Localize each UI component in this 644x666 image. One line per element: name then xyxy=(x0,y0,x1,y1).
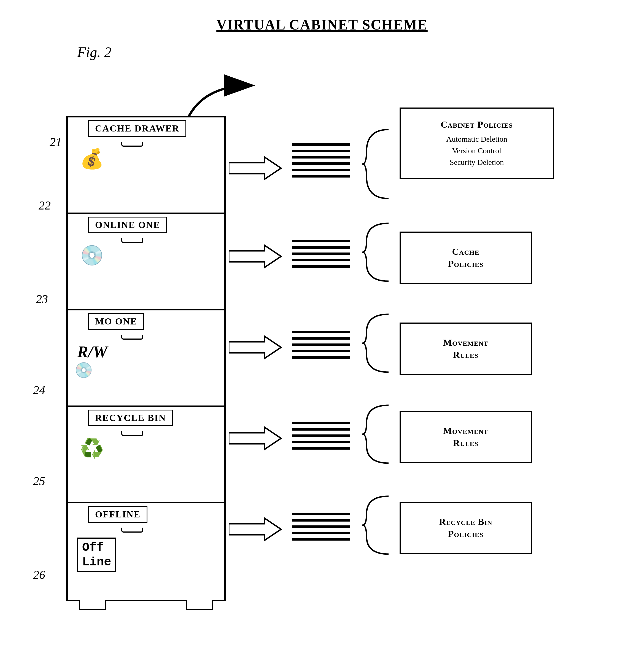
line xyxy=(292,265,350,268)
cache-drawer-label: CACHE DRAWER xyxy=(88,120,186,137)
cabinet-policies-title: Cabinet Policies xyxy=(441,119,513,131)
line xyxy=(292,156,350,158)
line xyxy=(292,246,350,249)
drawer-recycle-bin: RECYCLE BIN ♻️ xyxy=(68,407,224,503)
recycle-bin-handle xyxy=(121,431,143,436)
line xyxy=(292,447,350,450)
movement-rules-1-title: Movement Rules xyxy=(443,337,488,361)
ref-23: 23 xyxy=(36,292,48,306)
line xyxy=(292,350,350,352)
cabinet-foot-right xyxy=(186,599,213,610)
line xyxy=(292,150,350,152)
ref-21: 21 xyxy=(50,135,62,149)
movement-rules-2-box: Movement Rules xyxy=(399,411,532,463)
line xyxy=(292,435,350,437)
lines-cabinet xyxy=(292,143,350,177)
cache-policies-box: Cache Policies xyxy=(399,231,532,284)
cabinet-foot-left xyxy=(79,599,106,610)
svg-marker-4 xyxy=(229,427,281,449)
brace-movement-1 xyxy=(361,312,394,375)
line xyxy=(292,513,350,515)
ref-24: 24 xyxy=(33,383,45,397)
lines-mo xyxy=(292,422,350,450)
cabinet-policies-box: Cabinet Policies Automatic Deletion Vers… xyxy=(399,107,554,179)
arrow-to-movement-rules-2 xyxy=(229,424,284,452)
cache-drawer-handle xyxy=(121,142,143,147)
movement-rules-2-title: Movement Rules xyxy=(443,425,488,449)
cache-policies-title: Cache Policies xyxy=(448,246,484,270)
svg-marker-2 xyxy=(229,245,281,267)
ref-26: 26 xyxy=(33,568,45,582)
brace-cabinet xyxy=(361,127,394,201)
online-one-label: ONLINE ONE xyxy=(88,217,167,233)
offline-handle xyxy=(121,528,143,532)
brace-movement-2 xyxy=(361,402,394,466)
svg-marker-1 xyxy=(229,157,281,179)
drawer-offline: OFFLINE OffLine xyxy=(68,503,224,600)
line xyxy=(292,162,350,165)
line xyxy=(292,169,350,171)
mo-one-label: MO ONE xyxy=(88,313,144,330)
online-one-handle xyxy=(121,238,143,243)
movement-rules-1-box: Movement Rules xyxy=(399,322,532,375)
lines-cache xyxy=(292,240,350,268)
line xyxy=(292,422,350,424)
ref-25: 25 xyxy=(33,474,45,488)
line xyxy=(292,259,350,261)
arrow-to-movement-rules-1 xyxy=(229,334,284,361)
drawer-online-one: ONLINE ONE 💿 xyxy=(68,214,224,310)
line xyxy=(292,428,350,431)
line xyxy=(292,538,350,541)
line xyxy=(292,356,350,358)
arrow-to-cache-policies xyxy=(229,243,284,270)
fig-label: Fig. 2 xyxy=(77,44,111,60)
recycle-bin-label: RECYCLE BIN xyxy=(88,410,173,426)
line xyxy=(292,240,350,242)
line xyxy=(292,525,350,528)
line xyxy=(292,175,350,177)
cache-drawer-icon: 💰 xyxy=(80,150,220,169)
recycle-bin-policies-title: Recycle Bin Policies xyxy=(439,516,492,540)
lines-online xyxy=(292,331,350,358)
line xyxy=(292,331,350,333)
line xyxy=(292,252,350,255)
brace-recycle xyxy=(361,493,394,557)
lines-recycle xyxy=(292,513,350,541)
recycle-bin-policies-box: Recycle Bin Policies xyxy=(399,502,532,554)
mo-one-handle xyxy=(121,335,143,339)
arrow-to-lines-top xyxy=(229,154,284,182)
line xyxy=(292,532,350,534)
line xyxy=(292,143,350,146)
svg-marker-3 xyxy=(229,336,281,358)
line xyxy=(292,337,350,339)
drawer-mo-one: MO ONE R/W 💿 xyxy=(68,310,224,407)
online-one-icon: 💿 xyxy=(80,246,220,265)
mo-one-icon: R/W xyxy=(77,343,220,362)
line xyxy=(292,344,350,346)
page-title: VIRTUAL CABINET SCHEME xyxy=(0,0,644,33)
drawer-cache: CACHE DRAWER 💰 xyxy=(68,118,224,214)
cabinet-policies-subtitle: Automatic Deletion Version Control Secur… xyxy=(446,134,507,168)
ref-22: 22 xyxy=(39,198,51,212)
brace-cache xyxy=(361,221,394,284)
line xyxy=(292,441,350,443)
cabinet: CACHE DRAWER 💰 ONLINE ONE 💿 MO ONE R/W 💿… xyxy=(66,116,226,601)
arrow-to-recycle-policies xyxy=(229,515,284,543)
recycle-bin-icon: ♻️ xyxy=(80,439,220,458)
svg-marker-5 xyxy=(229,518,281,540)
line xyxy=(292,519,350,522)
offline-icon: OffLine xyxy=(77,538,116,572)
offline-label: OFFLINE xyxy=(88,506,147,523)
